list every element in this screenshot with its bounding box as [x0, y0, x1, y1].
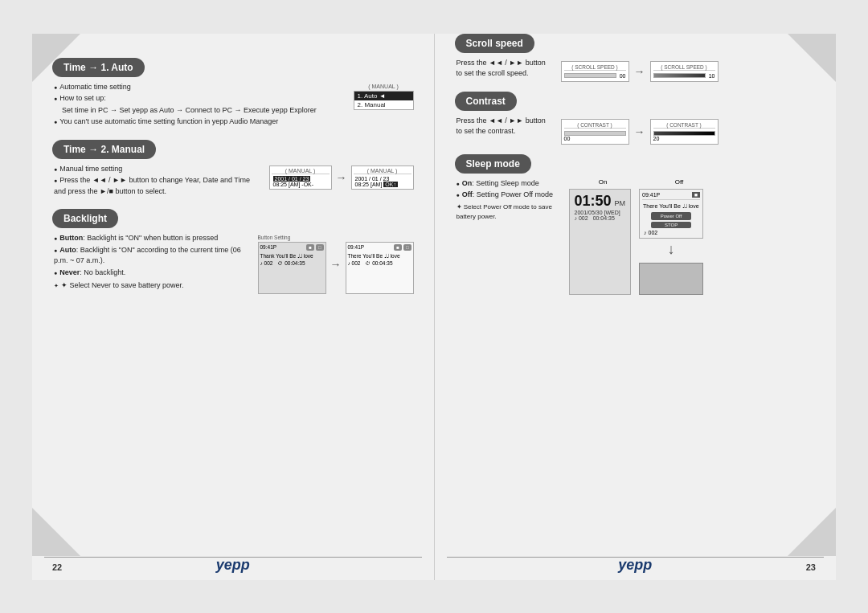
down-arrow: ↓ — [639, 241, 703, 258]
corner-tl-decoration — [32, 34, 80, 82]
sleep-bullet-1: On: Setting Sleep mode — [457, 178, 561, 190]
bullet-manual-1: Manual time setting — [54, 164, 263, 175]
menu-item-auto: 1. Auto ◄ — [354, 92, 413, 100]
page-number-right: 23 — [806, 562, 816, 572]
date-row: 2001/05/30 [WED] — [575, 210, 626, 215]
manual-menu-container: ( MANUAL ) 1. Auto ◄ 2. Manual — [354, 84, 414, 110]
arrow-right-scroll: → — [634, 65, 645, 78]
page-left: Time → 1. Auto Automatic time setting Ho… — [32, 34, 435, 580]
time-manual-content: Manual time setting Press the ◄◄ / ►► bu… — [54, 164, 263, 198]
pm-label: PM — [615, 199, 626, 207]
bullet-auto-4: You can't use automatic time setting fun… — [54, 116, 346, 128]
time-auto-content: Automatic time setting How to set up: Se… — [54, 82, 346, 129]
page-right: Scroll speed Press the ◄◄ / ►► button to… — [435, 34, 837, 580]
bl-label: Button Setting — [258, 235, 326, 240]
menu-item-manual: 2. Manual — [354, 100, 413, 109]
time-mockup-2: ( MANUAL ) 2001 / 01 / 23 08:25 [AM] OK↑ — [351, 166, 414, 190]
page-number-left: 22 — [52, 562, 62, 572]
sleep-off-panel: 09:41P ■ There You'll Be ♩♩ love Power O… — [639, 189, 703, 239]
contrast-mockup-row: ( CONTRAST ) 00 → ( CONTRAST ) 20 — [561, 119, 719, 145]
section-time-auto: Time → 1. Auto Automatic time setting Ho… — [52, 58, 414, 129]
scroll-speed-header: Scroll speed — [455, 34, 534, 53]
sleep-mode-content: On: Setting Sleep mode Off: Setting Powe… — [457, 178, 561, 223]
sleep-off-device: 09:41P ■ There You'll Be ♩♩ love Power O… — [639, 189, 703, 296]
contrast-mockup-1: ( CONTRAST ) 00 — [561, 119, 629, 145]
corner-bl-decoration — [32, 508, 80, 556]
sleep-off-screen — [639, 263, 703, 295]
stop-btn: STOP — [651, 222, 691, 228]
menu-label-manual: ( MANUAL ) — [354, 84, 414, 89]
bl-device-1: 09:41P ■ □ Thank You'll Be ♩♩ love ♪ 002 — [258, 242, 326, 294]
bullet-bl-1: Button: Backlight is "ON" when button is… — [54, 233, 252, 244]
scroll-mockup-row: ( SCROLL SPEED ) 00 → ( SCROLL SPEED ) 1… — [561, 61, 719, 82]
scroll-speed-mockup-1: ( SCROLL SPEED ) 00 — [561, 61, 629, 82]
bl-note: ✦ Select Never to save battery power. — [54, 280, 252, 292]
bullet-auto-2: How to set up: — [54, 93, 346, 104]
bl-mockup-2: placeholder 09:41P ■ □ There You'll Be ♩ — [346, 235, 414, 294]
corner-tr-decoration — [788, 34, 836, 82]
backlight-mockup-row: Button Setting 09:41P ■ □ Thank You'll B — [258, 235, 414, 294]
scroll-speed-text: Press the ◄◄ / ►► button to set the scro… — [457, 58, 553, 80]
page-spread: Time → 1. Auto Automatic time setting Ho… — [32, 34, 836, 580]
sleep-note: ✦ Select Power Off mode to save battery … — [457, 202, 561, 222]
song-row: ♪ 002 00:04:35 — [575, 215, 626, 221]
time-manual-header: Time → 2. Manual — [52, 140, 156, 159]
arrow-right-1: → — [336, 171, 347, 184]
section-backlight: Backlight Button: Backlight is "ON" when… — [52, 209, 414, 294]
sleep-mode-header: Sleep mode — [455, 154, 531, 174]
section-sleep-mode: Sleep mode On: Setting Sleep mode Off: S… — [455, 154, 817, 296]
bl-device-2: 09:41P ■ □ There You'll Be ♩♩ love ♪ 002 — [346, 242, 414, 294]
section-scroll-speed: Scroll speed Press the ◄◄ / ►► button to… — [455, 34, 817, 82]
yepp-logo-left: yepp — [216, 557, 250, 574]
time-display: 01:50 — [575, 193, 612, 210]
speed-bar-filled — [653, 73, 706, 78]
time-mockup-1: ( MANUAL ) 2001 / 01 / 23 08:25 [AM] -OK… — [269, 166, 332, 190]
bullet-auto-3: Set time in PC → Set yepp as Auto → Conn… — [62, 105, 346, 116]
sleep-on-device: 01:50 PM 2001/05/30 [WED] ♪ 002 00:04:35 — [569, 189, 632, 296]
bullet-bl-2: Auto: Backlight is "ON" according to the… — [54, 245, 252, 267]
arrow-right-bl: → — [330, 258, 342, 271]
sleep-mockup-area: On Off 01:50 PM 2001/05/30 [WED] — [569, 178, 714, 296]
time-mockup-row: ( MANUAL ) 2001 / 01 / 23 08:25 [AM] -OK… — [269, 166, 414, 190]
speed-bar-empty — [564, 73, 616, 78]
backlight-header: Backlight — [52, 209, 118, 228]
bl-mockup-1: Button Setting 09:41P ■ □ Thank You'll B — [258, 235, 326, 294]
contrast-text: Press the ◄◄ / ►► button to set the cont… — [457, 116, 553, 137]
contrast-bar-filled — [653, 131, 715, 136]
power-off-btn: Power Off — [651, 212, 691, 220]
sleep-devices-row: 01:50 PM 2001/05/30 [WED] ♪ 002 00:04:35 — [569, 189, 714, 296]
section-contrast: Contrast Press the ◄◄ / ►► button to set… — [455, 92, 817, 145]
bullet-bl-3: Never: No backlight. — [54, 268, 252, 279]
bullet-manual-2: Press the ◄◄ / ►► button to change Year,… — [54, 175, 263, 197]
contrast-content: Press the ◄◄ / ►► button to set the cont… — [457, 116, 553, 138]
yepp-logo-right: yepp — [618, 557, 652, 574]
contrast-mockup-2: ( CONTRAST ) 20 — [650, 119, 719, 145]
scroll-speed-content: Press the ◄◄ / ►► button to set the scro… — [457, 58, 553, 80]
backlight-content: Button: Backlight is "ON" when button is… — [54, 233, 252, 292]
contrast-header: Contrast — [455, 92, 517, 111]
scroll-speed-mockup-2: ( SCROLL SPEED ) 10 — [650, 61, 719, 82]
sleep-bullet-2: Off: Setting Power Off mode — [457, 190, 561, 201]
manual-menu: 1. Auto ◄ 2. Manual — [354, 91, 414, 110]
sleep-labels: On Off — [569, 178, 714, 186]
contrast-bar-empty — [564, 131, 626, 136]
section-time-manual: Time → 2. Manual Manual time setting Pre… — [52, 140, 414, 198]
arrow-right-contrast: → — [634, 125, 645, 138]
corner-br-decoration — [788, 508, 836, 556]
bullet-auto-1: Automatic time setting — [54, 82, 346, 93]
